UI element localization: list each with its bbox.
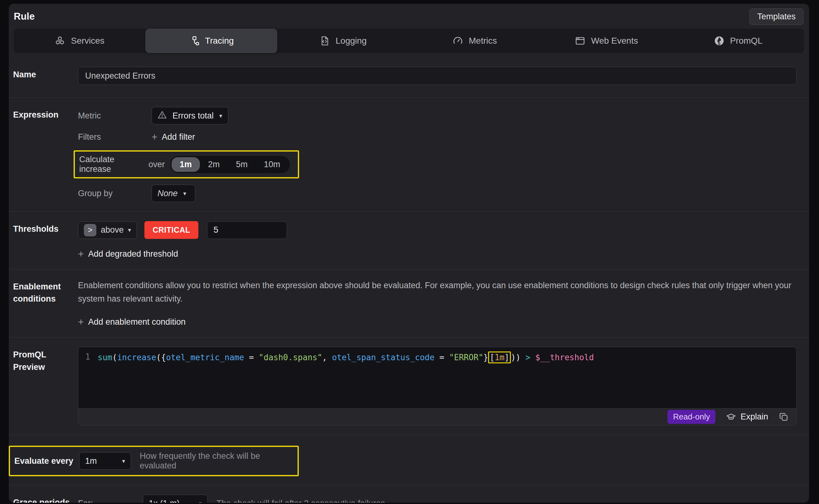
- code-footer: Read-only Explain: [78, 408, 796, 425]
- add-enablement-condition-button[interactable]: + Add enablement condition: [78, 316, 186, 328]
- window-segmented-control: 1m2m5m10m: [170, 156, 290, 173]
- code-token: increase: [117, 353, 156, 362]
- tab-promql[interactable]: PromQL: [672, 29, 804, 53]
- tab-tracing[interactable]: Tracing: [145, 29, 277, 53]
- code-token: }: [483, 353, 488, 362]
- code-token: ]: [504, 353, 509, 362]
- window-token-annotation: [1m]: [488, 351, 511, 363]
- web-events-icon: [575, 36, 585, 46]
- code-token: "ERROR": [449, 353, 483, 362]
- code-token: =: [434, 353, 449, 362]
- code-token: =: [244, 353, 259, 362]
- tab-metrics[interactable]: Metrics: [409, 29, 540, 53]
- for-help: The check will fail after 2 consecutive …: [216, 499, 385, 503]
- thresholds-label: Thresholds: [13, 221, 78, 260]
- page-title: Rule: [14, 11, 35, 22]
- copy-icon: [779, 412, 789, 422]
- warning-triangle-icon: [157, 110, 167, 122]
- grace-periods-label: Grace periods: [13, 495, 78, 503]
- metric-label: Metric: [78, 111, 152, 121]
- name-section: Name: [9, 53, 809, 97]
- window-option-1m[interactable]: 1m: [172, 157, 200, 172]
- metric-value: Errors total: [172, 111, 214, 121]
- add-filter-button[interactable]: + Add filter: [152, 131, 195, 143]
- chevron-down-icon: ▾: [219, 112, 222, 119]
- for-value: 1x (1 m): [149, 499, 180, 503]
- operator-label: above: [101, 225, 124, 235]
- add-degraded-threshold-button[interactable]: + Add degraded threshold: [78, 248, 178, 260]
- group-by-label: Group by: [78, 189, 152, 198]
- calculate-increase-annotation: Calculate increase over 1m2m5m10m: [74, 150, 299, 178]
- header: Rule Templates: [9, 4, 809, 25]
- expression-label: Expression: [13, 107, 78, 202]
- chevron-down-icon: ▾: [128, 226, 131, 234]
- name-input[interactable]: [78, 67, 797, 85]
- code-token: [: [490, 353, 495, 362]
- name-label: Name: [13, 67, 78, 85]
- evaluate-every-value: 1m: [85, 456, 97, 466]
- plus-icon: +: [78, 316, 84, 328]
- evaluate-every-dropdown[interactable]: 1m ▾: [79, 452, 131, 470]
- evaluate-every-annotation: Evaluate every 1m ▾ How frequently the c…: [9, 446, 299, 476]
- enablement-description: Enablement conditions allow you to restr…: [78, 279, 797, 306]
- for-dropdown[interactable]: 1x (1 m) ▾: [143, 495, 208, 503]
- window-option-10m[interactable]: 10m: [256, 157, 288, 172]
- tab-logging[interactable]: Logging: [277, 29, 409, 53]
- calculate-increase-label: Calculate increase: [79, 155, 148, 174]
- code-token: [521, 353, 526, 362]
- tab-web-events[interactable]: Web Events: [540, 29, 672, 53]
- code-token: $__threshold: [535, 353, 594, 362]
- operator-dropdown[interactable]: > above ▾: [78, 221, 137, 239]
- greater-than-icon: >: [84, 224, 96, 236]
- readonly-badge: Read-only: [667, 410, 716, 424]
- code-token: >: [526, 353, 531, 362]
- tab-services[interactable]: Services: [14, 29, 145, 53]
- threshold-value-input[interactable]: [207, 221, 287, 239]
- plus-icon: +: [78, 248, 84, 260]
- graduation-cap-icon: [726, 412, 736, 422]
- line-number: 1: [78, 352, 98, 408]
- critical-severity-badge: CRITICAL: [144, 221, 198, 239]
- templates-button[interactable]: Templates: [749, 8, 803, 25]
- grace-periods-section: Grace periods For: 1x (1 m) ▾ The check …: [9, 485, 809, 503]
- over-label: over: [148, 160, 170, 169]
- tab-label: Tracing: [205, 36, 234, 46]
- expression-section: Expression Metric Errors total ▾ Filters…: [9, 97, 809, 211]
- tab-label: Metrics: [469, 36, 497, 46]
- copy-button[interactable]: [779, 412, 789, 422]
- tracing-icon: [189, 36, 199, 46]
- code-token: ,: [322, 353, 332, 362]
- chevron-down-icon: ▾: [122, 458, 125, 465]
- rule-type-tabs: ServicesTracingLoggingMetricsWeb EventsP…: [14, 29, 804, 53]
- for-label: For:: [78, 499, 143, 503]
- explain-button[interactable]: Explain: [726, 412, 768, 422]
- group-by-value: None: [157, 189, 178, 198]
- plus-icon: +: [152, 131, 157, 143]
- tab-label: Services: [71, 36, 104, 46]
- promql-code-block: 1 sum(increase({otel_metric_name = "dash…: [78, 347, 797, 425]
- code-token: ({: [156, 353, 166, 362]
- promql-preview-label: PromQL Preview: [13, 347, 78, 425]
- chevron-down-icon: ▾: [199, 500, 202, 503]
- promql-section: PromQL Preview 1 sum(increase({otel_metr…: [9, 337, 809, 435]
- tab-label: Web Events: [591, 36, 638, 46]
- window-option-5m[interactable]: 5m: [228, 157, 256, 172]
- group-by-dropdown[interactable]: None ▾: [152, 185, 195, 202]
- chevron-down-icon: ▾: [183, 190, 187, 197]
- metric-dropdown[interactable]: Errors total ▾: [152, 107, 228, 124]
- code-token: otel_span_status_code: [332, 353, 434, 362]
- code-editor[interactable]: 1 sum(increase({otel_metric_name = "dash…: [78, 347, 796, 408]
- code-token: [531, 353, 535, 362]
- enablement-label: Enablement conditions: [13, 279, 78, 328]
- metrics-icon: [453, 36, 463, 46]
- tab-label: PromQL: [730, 36, 763, 46]
- evaluate-section: Evaluate every 1m ▾ How frequently the c…: [9, 435, 809, 485]
- enablement-section: Enablement conditions Enablement conditi…: [9, 269, 809, 337]
- code-token: (: [112, 353, 117, 362]
- code-token: )): [511, 353, 521, 362]
- window-option-2m[interactable]: 2m: [200, 157, 228, 172]
- tab-label: Logging: [336, 36, 367, 46]
- rule-panel: Rule Templates ServicesTracingLoggingMet…: [9, 4, 809, 503]
- code-token: "dash0.spans": [259, 353, 322, 362]
- logging-icon: [319, 36, 330, 46]
